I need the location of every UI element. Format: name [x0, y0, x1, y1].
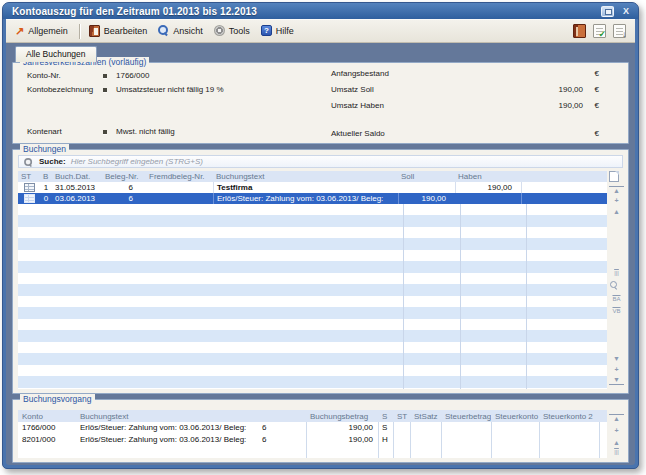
field-label: Kontobezeichnung — [27, 85, 103, 94]
field-label: Aktueller Saldo — [331, 129, 385, 138]
close-button[interactable]: X — [621, 6, 631, 17]
column-header-steuerkonto-1[interactable]: Steuerkonto 1 — [491, 412, 539, 421]
scroll-to-bottom-icon[interactable]: ▼ — [609, 376, 624, 385]
scroll-down-page-icon[interactable]: + — [609, 366, 624, 374]
scroll-down-icon[interactable]: ▼ — [609, 355, 624, 363]
empty-rows-area — [18, 446, 607, 458]
scroll-to-top-icon[interactable]: ▲ — [609, 186, 624, 195]
summary-row-konto-nr: Konto-Nr. 1766/000 — [27, 71, 149, 80]
scroll-up-icon[interactable]: ▲ — [609, 208, 624, 216]
cell-konto: 8201/000 — [18, 434, 76, 446]
cell-beleg-nr: 6 — [102, 182, 146, 193]
menu-label-tools: Tools — [229, 26, 250, 36]
menu-item-hilfe[interactable]: ? Hilfe — [257, 23, 300, 39]
currency-symbol: € — [583, 69, 599, 78]
cell-buchungstext: Testfirma — [213, 182, 398, 193]
document-lines — [616, 28, 623, 29]
transaction-nav-strip: ▲ + ▲ ||| — [609, 410, 624, 458]
table-row[interactable]: 8201/000 Erlös/Steuer: Zahlung vom: 03.0… — [18, 434, 607, 446]
transaction-table-header: Konto Buchungstext Buchungsbetrag S ST S… — [18, 410, 607, 422]
summary-row-anfangsbestand: Anfangsbestand € — [331, 69, 599, 78]
column-header-st[interactable]: ST — [18, 172, 40, 181]
column-header-buchungstext[interactable]: Buchungstext — [76, 412, 306, 421]
column-header-steuerkonto-2[interactable]: Steuerkonto 2 — [539, 412, 599, 421]
table-row[interactable]: 1 31.05.2013 6 Testfirma 190,00 — [18, 182, 607, 193]
cell-b: 1 — [40, 182, 52, 193]
document-export-icon[interactable]: ↓ — [613, 24, 626, 38]
column-header-fremdbeleg-nr[interactable]: Fremdbeleg-Nr. — [146, 172, 213, 181]
column-header-beleg-nr[interactable]: Beleg-Nr. — [102, 172, 146, 181]
summary-row-kontobezeichnung: Kontobezeichnung Umsatzsteuer nicht fäll… — [27, 85, 224, 94]
field-label: Anfangsbestand — [331, 69, 389, 78]
column-header-haben[interactable]: Haben — [455, 172, 521, 181]
cell-s: H — [378, 434, 393, 446]
cell-s: S — [378, 422, 393, 434]
column-layout-icon[interactable]: ||| — [609, 448, 624, 456]
column-header-st[interactable]: ST — [393, 412, 410, 421]
scroll-up-icon[interactable]: ▲ — [609, 439, 624, 447]
document-check-icon[interactable]: ✓ — [593, 24, 606, 38]
column-layout-icon[interactable]: ||| — [609, 269, 624, 277]
column-header-soll[interactable]: Soll — [398, 172, 455, 181]
column-header-s[interactable]: S — [378, 412, 393, 421]
ba-view-icon[interactable]: BA — [609, 295, 624, 303]
arrow-down-badge-icon: ↓ — [622, 30, 626, 39]
field-value: Umsatzsteuer nicht fällig 19 % — [116, 85, 224, 94]
column-header-buchdat[interactable]: Buch.Dat. — [52, 172, 102, 181]
scroll-up-page-icon[interactable]: + — [609, 427, 624, 435]
column-header-steuerbetrag[interactable]: Steuerbetrag — [441, 412, 491, 421]
zoom-search-icon[interactable] — [609, 281, 618, 290]
cell-soll: 190,00 — [398, 193, 455, 204]
tab-alle-buchungen[interactable]: Alle Buchungen — [15, 46, 97, 62]
scroll-up-page-icon[interactable]: + — [609, 197, 624, 205]
cell-extra — [599, 434, 607, 446]
group-buchungsvorgang: Buchungsvorgang Konto Buchungstext Buchu… — [12, 399, 629, 463]
field-label: Konto-Nr. — [27, 71, 103, 80]
table-row[interactable]: 1766/000 Erlös/Steuer: Zahlung vom: 03.0… — [18, 422, 607, 434]
column-header-stsatz[interactable]: StSatz — [410, 412, 441, 421]
menu-item-bearbeiten[interactable]: Bearbeiten — [85, 23, 154, 40]
menu-item-ansicht[interactable]: Ansicht — [154, 23, 209, 39]
toolbar-right-icons: ✓ ↓ — [573, 24, 630, 38]
cell-buchungstext: Erlös/Steuer: Zahlung vom: 03.06.2013/ B… — [76, 422, 306, 434]
cell-steuerbetrag — [441, 422, 491, 434]
table-row-selected[interactable]: 0 03.06.2013 6 Erlös/Steuer: Zahlung vom… — [18, 193, 607, 204]
cell-konto: 1766/000 — [18, 422, 76, 434]
menu-item-tools[interactable]: Tools — [210, 23, 256, 39]
vb-view-icon[interactable]: VB — [609, 307, 624, 315]
cell-buchdat: 31.05.2013 — [52, 182, 102, 193]
scroll-to-top-icon[interactable]: ▲ — [609, 414, 624, 423]
search-input[interactable]: Suche: Hier Suchbegriff eingeben (STRG+S… — [18, 155, 623, 168]
search-icon — [24, 158, 33, 167]
column-gridline — [403, 204, 404, 389]
menu-label-ansicht: Ansicht — [173, 26, 203, 36]
bullet-icon — [103, 130, 107, 134]
menu-label-allgemein: Allgemein — [28, 26, 68, 36]
cell-buchungstext: Erlös/Steuer: Zahlung vom: 03.06.2013/ B… — [76, 434, 306, 446]
column-gridline — [460, 204, 461, 389]
column-header-konto[interactable]: Konto — [18, 412, 76, 421]
edit-notebook-icon — [89, 25, 100, 37]
cell-stsatz — [410, 434, 441, 446]
bookings-nav-strip: ▲ + ▲ ||| BA VB ▼ + ▼ — [609, 171, 624, 389]
summary-row-umsatz-soll: Umsatz Soll 190,00 € — [331, 85, 599, 94]
field-label: Kontenart — [27, 127, 103, 136]
report-icon[interactable] — [573, 24, 586, 38]
gear-icon — [214, 25, 225, 36]
column-header-buchungstext[interactable]: Buchungstext — [213, 172, 398, 181]
column-header-buchungsbetrag[interactable]: Buchungsbetrag — [306, 412, 378, 421]
cell-st — [393, 422, 410, 434]
column-chooser-icon[interactable] — [609, 171, 619, 182]
cell-steuerkonto-1 — [491, 434, 539, 446]
record-grid-icon — [24, 194, 35, 203]
field-value: 190,00 — [559, 85, 583, 94]
window-title: Kontoauszug für den Zeitraum 01.2013 bis… — [12, 6, 601, 17]
cell-beleg-nr: 6 — [102, 193, 146, 204]
cell-buchungsbetrag: 190,00 — [306, 434, 378, 446]
restore-window-button[interactable] — [601, 6, 614, 17]
column-header-b[interactable]: B — [40, 172, 52, 181]
cell-extra — [599, 422, 607, 434]
group-title: Buchungen — [20, 144, 69, 154]
group-title: Buchungsvorgang — [20, 394, 95, 404]
menu-item-allgemein[interactable]: ↗ Allgemein — [11, 24, 74, 39]
